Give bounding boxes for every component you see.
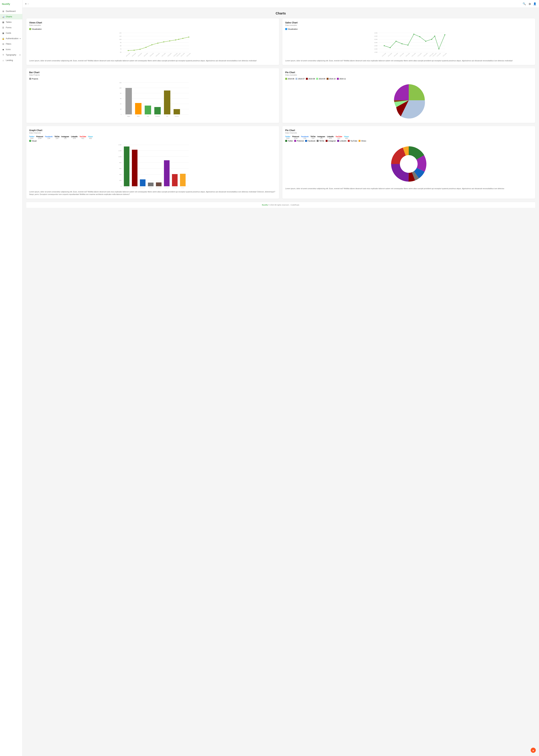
bar-chart-title: Bar Chart — [29, 71, 276, 74]
cards-icon: ▣ — [2, 32, 5, 34]
charts-icon: 📊 — [2, 15, 5, 18]
back-icon[interactable]: ‹ — [28, 3, 29, 5]
landing-icon: ⌂ — [2, 59, 5, 62]
svg-rect-118 — [124, 146, 129, 186]
chevron-down-icon: ▾ — [20, 54, 20, 56]
svg-point-18 — [151, 44, 152, 45]
svg-text:Facebook: Facebook — [140, 188, 145, 188]
pie-chart-1-svg — [285, 81, 532, 120]
svg-text:Pinterest: Pinterest — [132, 188, 137, 188]
channel-item: TikTok124 — [54, 136, 59, 139]
views-chart-svg: 120 110 100 90 80 70 60 — [29, 31, 276, 57]
chevron-down-icon: ▾ — [20, 38, 21, 39]
svg-text:04-01-2020: 04-01-2020 — [400, 53, 404, 57]
forms-icon: ☰ — [2, 26, 5, 29]
legend-label: TikTok — [319, 140, 324, 142]
svg-rect-124 — [148, 183, 154, 186]
svg-text:90: 90 — [120, 42, 121, 43]
svg-text:Events: Events — [175, 115, 179, 117]
graph-chart-desc: Lorem ipsum, dolor sit amet consectetur … — [29, 190, 276, 196]
svg-rect-130 — [172, 174, 178, 186]
legend-label: Projects — [32, 78, 38, 80]
legend-item: Vimeo — [358, 140, 366, 142]
svg-point-56 — [408, 44, 409, 45]
channel-item: Twitter1341 — [285, 136, 290, 139]
charts-grid: Views Chart Data examples Visualization — [26, 19, 535, 199]
svg-text:05-01-2020: 05-01-2020 — [406, 53, 410, 57]
theme-icon[interactable]: ◑ — [528, 2, 531, 5]
svg-rect-100 — [174, 109, 180, 114]
legend-label: LinkedIn — [340, 140, 346, 142]
svg-text:0: 0 — [121, 114, 121, 115]
svg-text:OS: OS — [166, 115, 168, 117]
svg-text:100: 100 — [119, 39, 121, 40]
legend-label: Visual — [32, 140, 37, 142]
svg-text:Twitter: Twitter — [125, 188, 128, 188]
topbar: ≡ ‹ 🔍 ◑ 👤 — [23, 0, 539, 8]
svg-point-135 — [400, 155, 418, 173]
bar-chart-subtitle: Data Projects — [29, 74, 276, 76]
scroll-to-top-button[interactable]: ▲ — [531, 748, 536, 753]
bar-chart-legend: Projects — [29, 78, 276, 80]
graph-chart-legend: Visual — [29, 140, 276, 142]
legend-label: Instagram — [328, 140, 336, 142]
legend-item: 2019-07 — [295, 78, 304, 80]
legend-label: Facebook — [308, 140, 315, 142]
legend-label: YouTube — [350, 140, 357, 142]
svg-point-22 — [175, 39, 176, 40]
sidebar-item-authentication[interactable]: 🔒 Authentication ▾ — [0, 36, 22, 41]
svg-text:Apps: Apps — [127, 115, 130, 117]
channel-item: LinkedIn878 — [327, 136, 334, 139]
legend-label: Visualization — [32, 28, 42, 30]
sidebar-nav: ⊞ Dashboard 📊 Charts ▦ Tables ☰ Forms ▣ … — [0, 8, 22, 756]
search-icon[interactable]: 🔍 — [523, 2, 526, 5]
sales-chart-legend: Visualization — [285, 28, 532, 30]
user-icon[interactable]: 👤 — [533, 2, 536, 5]
svg-text:0: 0 — [121, 186, 121, 187]
svg-text:4,000: 4,000 — [374, 36, 378, 37]
svg-text:Android: Android — [155, 115, 160, 117]
svg-rect-96 — [154, 107, 161, 114]
tables-icon: ▦ — [2, 21, 5, 24]
legend-item: Instagram — [326, 140, 336, 142]
svg-point-24 — [183, 38, 183, 39]
svg-text:3,500: 3,500 — [374, 39, 378, 40]
pie-chart-2-card: Pie Chart Data Channels Twitter1341 Pint… — [282, 126, 535, 199]
sidebar-logo: Nuxtify — [0, 0, 22, 8]
sidebar-item-label: Icons — [6, 48, 11, 50]
channel-item: Vimeo420 — [344, 136, 349, 139]
legend-item: TikTok — [317, 140, 324, 142]
graph-chart-title: Graph Chart — [29, 129, 276, 131]
pie-chart-2-title: Pie Chart — [285, 129, 532, 131]
legend-item: LinkedIn — [337, 140, 346, 142]
svg-text:110: 110 — [119, 36, 121, 37]
channel-item: Instagram131 — [61, 136, 69, 139]
svg-text:12-01-2020: 12-01-2020 — [442, 53, 447, 57]
typography-icon: T — [2, 53, 5, 56]
channel-item: Pinterest1234 — [292, 136, 299, 139]
channel-item: Facebook234 — [45, 136, 53, 139]
sidebar-item-forms[interactable]: ☰ Forms — [0, 25, 22, 30]
legend-item: Twitter — [285, 140, 293, 142]
sidebar-item-icons[interactable]: ◆ Icons — [0, 47, 22, 52]
sidebar-item-tables[interactable]: ▦ Tables — [0, 19, 22, 25]
svg-text:80: 80 — [120, 45, 121, 46]
sidebar-item-filters[interactable]: ⊟ Filters — [0, 41, 22, 47]
main-content: Charts Views Chart Data examples Visuali… — [23, 8, 539, 756]
svg-text:26-05-2020: 26-05-2020 — [149, 53, 154, 57]
sidebar-item-dashboard[interactable]: ⊞ Dashboard — [0, 9, 22, 14]
sidebar-item-charts[interactable]: 📊 Charts — [0, 14, 22, 19]
menu-icon[interactable]: ≡ — [25, 2, 27, 5]
svg-text:02-01-2020: 02-01-2020 — [388, 53, 392, 57]
sidebar-item-landing[interactable]: ⌂ Landing — [0, 58, 22, 63]
dashboard-icon: ⊞ — [2, 10, 5, 13]
pie-chart-2-svg — [285, 143, 532, 185]
sidebar-item-typography[interactable]: T Typography ▾ — [0, 52, 22, 58]
svg-text:800: 800 — [119, 162, 121, 163]
svg-point-16 — [139, 49, 140, 50]
svg-point-57 — [414, 34, 414, 35]
sidebar-item-label: Dashboard — [6, 10, 16, 12]
legend-item: Facebook — [305, 140, 315, 142]
sidebar-item-cards[interactable]: ▣ Cards — [0, 30, 22, 36]
svg-rect-128 — [164, 160, 170, 186]
